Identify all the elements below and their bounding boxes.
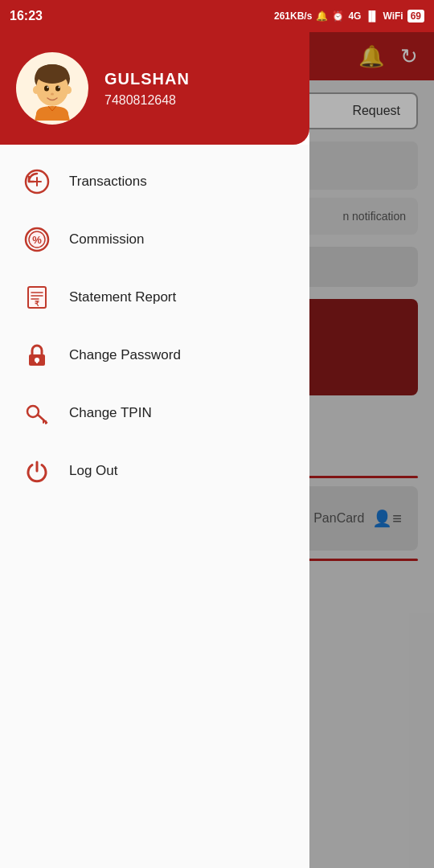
change-tpin-label: Change TPIN	[69, 405, 152, 421]
status-time: 16:23	[10, 9, 43, 23]
navigation-drawer: GULSHAN 7480812648 Transactions	[0, 32, 309, 868]
svg-point-7	[47, 87, 49, 88]
svg-text:₹: ₹	[35, 300, 39, 308]
svg-point-9	[51, 93, 54, 96]
lock-icon	[23, 341, 51, 370]
drawer-menu: Transactions % Commission ₹	[0, 145, 309, 868]
network-speed: 261KB/s	[274, 10, 312, 22]
svg-point-3	[33, 86, 39, 94]
svg-point-4	[65, 86, 72, 94]
statement-icon: ₹	[23, 283, 51, 312]
menu-item-transactions[interactable]: Transactions	[0, 153, 309, 211]
menu-item-commission[interactable]: % Commission	[0, 211, 309, 268]
transactions-label: Transactions	[69, 174, 147, 190]
menu-item-logout[interactable]: Log Out	[0, 442, 309, 500]
commission-label: Commission	[69, 231, 145, 248]
svg-point-24	[27, 406, 39, 417]
status-icons: 261KB/s 🔔 ⏰ 4G ▐▌ WiFi 69	[274, 10, 424, 23]
key-icon	[23, 399, 51, 428]
svg-point-2	[36, 64, 68, 84]
menu-item-change-tpin[interactable]: Change TPIN	[0, 384, 309, 442]
statement-report-label: Statement Report	[69, 289, 176, 305]
svg-point-8	[59, 87, 60, 88]
svg-rect-23	[36, 360, 38, 363]
user-name: GULSHAN	[104, 70, 190, 88]
menu-item-statement-report[interactable]: ₹ Statement Report	[0, 268, 309, 326]
user-phone: 7480812648	[104, 93, 190, 108]
clock-icon: ⏰	[332, 10, 344, 22]
avatar	[16, 52, 88, 125]
network-4g-icon: 4G	[348, 10, 361, 22]
transactions-icon	[23, 167, 51, 196]
svg-point-6	[55, 86, 60, 92]
menu-item-change-password[interactable]: Change Password	[0, 326, 309, 384]
user-info: GULSHAN 7480812648	[104, 70, 190, 108]
signal-icon: ▐▌	[365, 10, 379, 22]
commission-icon: %	[23, 225, 51, 254]
drawer-header: GULSHAN 7480812648	[0, 32, 309, 145]
change-password-label: Change Password	[69, 347, 181, 363]
power-icon	[23, 457, 51, 485]
svg-point-5	[44, 86, 49, 92]
svg-text:%: %	[32, 234, 42, 246]
status-bar: 16:23 261KB/s 🔔 ⏰ 4G ▐▌ WiFi 69	[0, 0, 434, 32]
avatar-svg	[20, 56, 84, 121]
battery-icon: 69	[407, 10, 424, 23]
wifi-icon: WiFi	[383, 10, 403, 22]
logout-label: Log Out	[69, 463, 118, 479]
alarm-icon: 🔔	[316, 10, 328, 22]
